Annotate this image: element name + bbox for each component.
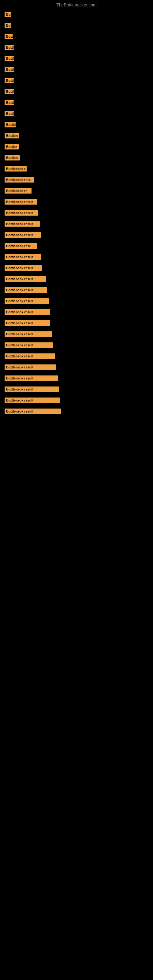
result-row: Bottleneck re [5,188,148,194]
result-row: Bottleneck result [5,375,148,381]
result-row: Bottleneck resu [5,243,148,249]
bottleneck-label: Bottle [5,122,16,127]
bottleneck-label: Bo [5,12,11,17]
bottleneck-label: Bottleneck result [5,364,56,370]
result-row: Bo [5,23,148,28]
result-row: Bottleneck result [5,320,148,326]
bottleneck-label: Bottleneck result [5,342,53,348]
bottleneck-label: Bottleneck result [5,265,42,271]
bottleneck-label: Bottl [5,100,14,105]
bottleneck-label: Bottleneck r [5,166,27,172]
results-container: BoBoBottBottlBottlBottlBottlBottlBottlBo… [0,9,153,423]
bottleneck-label: Bottleneck result [5,298,49,304]
bottleneck-label: Bottl [5,45,14,50]
bottleneck-label: Bottler [5,144,19,150]
bottleneck-label: Bottleneck result [5,409,61,414]
bottleneck-label: Bottleneck result [5,320,50,326]
bottleneck-label: Bo [5,23,11,28]
result-row: Bottler [5,144,148,150]
result-row: Bottl [5,111,148,116]
result-row: Bottl [5,67,148,72]
bottleneck-label: Bottleneck result [5,353,55,359]
result-row: Bottl [5,100,148,105]
result-row: Bottleneck result [5,409,148,414]
site-title: TheBottlenecker.com [0,0,153,9]
result-row: Bottleneck result [5,265,148,271]
bottleneck-label: Bottleneck result [5,232,41,238]
result-row: Bottleneck result [5,276,148,282]
bottleneck-label: Bottleneck result [5,221,40,227]
result-row: Bottleneck result [5,353,148,359]
result-row: Bottlen [5,133,148,138]
bottleneck-label: Bottleneck result [5,331,52,337]
bottleneck-label: Bottleneck result [5,375,58,381]
result-row: Bottlen [5,155,148,161]
bottleneck-label: Bottleneck result [5,254,41,260]
result-row: Bottle [5,122,148,127]
bottleneck-label: Bottleneck resu [5,243,37,249]
result-row: Bottleneck r [5,166,148,172]
bottleneck-label: Bottl [5,67,14,72]
result-row: Bottleneck resu [5,177,148,183]
bottleneck-label: Bottleneck result [5,309,50,315]
result-row: Bottleneck result [5,364,148,370]
bottleneck-label: Bottleneck re [5,188,32,194]
result-row: Bottleneck result [5,342,148,348]
result-row: Bottl [5,45,148,50]
bottleneck-label: Bottl [5,56,14,61]
result-row: Bottleneck result [5,287,148,293]
bottleneck-label: Bottlen [5,155,20,161]
result-row: Bottleneck result [5,232,148,238]
result-row: Bottleneck result [5,254,148,260]
result-row: Bottl [5,78,148,83]
result-row: Bottleneck result [5,309,148,315]
result-row: Bo [5,12,148,17]
result-row: Bott [5,34,148,39]
result-row: Bottleneck result [5,298,148,304]
bottleneck-label: Bottl [5,78,14,83]
result-row: Bottleneck result [5,387,148,392]
result-row: Bottl [5,89,148,94]
bottleneck-label: Bottleneck result [5,210,38,216]
result-row: Bottleneck result [5,398,148,403]
bottleneck-label: Bottleneck result [5,276,46,282]
bottleneck-label: Bottl [5,89,14,94]
result-row: Bottleneck result [5,210,148,216]
bottleneck-label: Bottleneck resu [5,177,33,183]
bottleneck-label: Bottleneck result [5,398,60,403]
bottleneck-label: Bott [5,34,13,39]
bottleneck-label: Bottleneck result [5,287,47,293]
bottleneck-label: Bottl [5,111,14,116]
bottleneck-label: Bottleneck result [5,387,59,392]
result-row: Bottleneck result [5,331,148,337]
result-row: Bottleneck result [5,221,148,227]
bottleneck-label: Bottlen [5,133,19,138]
result-row: Bottl [5,56,148,61]
bottleneck-label: Bottleneck result [5,199,37,205]
result-row: Bottleneck result [5,199,148,205]
